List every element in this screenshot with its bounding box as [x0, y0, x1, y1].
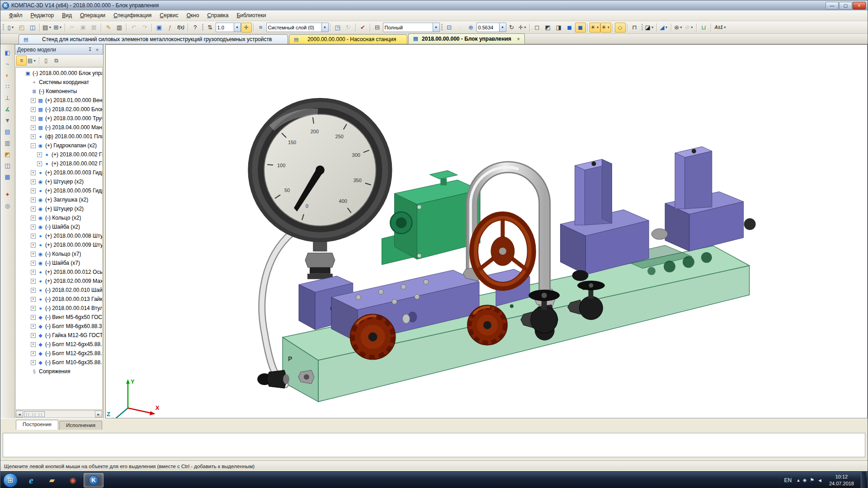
paste-button[interactable]: ▦ ▼	[89, 23, 99, 33]
menu-item[interactable]: Редактор	[27, 10, 58, 21]
tree-item[interactable]: + ◆ (-) Болт M10-6gx35.88.35	[16, 358, 102, 367]
simplified-display-button[interactable]: ☀ ▼	[590, 23, 600, 33]
tree-expand-icon[interactable]: +	[31, 234, 36, 239]
section-display-button[interactable]: ◪ ▼	[644, 23, 655, 33]
tab-ispolneniya[interactable]: Исполнения	[59, 421, 102, 430]
current-step-icon[interactable]: ⇅ ▼	[205, 23, 216, 33]
tree-item[interactable]: + ● (+) 2018.02.00.009 Махови	[16, 277, 102, 286]
panel-spec-icon[interactable]: ▤	[2, 126, 14, 137]
menu-item[interactable]: Библиотеки	[232, 10, 270, 21]
language-indicator[interactable]: EN	[782, 476, 794, 484]
gauge-stem[interactable]	[305, 239, 335, 279]
specification-button[interactable]: ▥ ▼	[114, 23, 125, 33]
zoom-in-out-button[interactable]: ⊕ ▼	[466, 23, 476, 33]
hidden-lines-removed-button[interactable]: ◨ ▼	[553, 23, 564, 33]
tree-expand-icon[interactable]: +	[31, 261, 36, 266]
kompas-taskbar-icon[interactable]: K	[84, 473, 104, 488]
rebuild-button[interactable]: ✔ ▼	[358, 23, 368, 33]
tree-expand-icon[interactable]: +	[31, 288, 36, 293]
tree-item[interactable]: + ▩ (+) 2018.03.00.000 Трубоп	[16, 114, 102, 123]
tree-expand-icon[interactable]: −	[31, 143, 36, 148]
red-knob-1[interactable]	[350, 314, 396, 360]
tree-expand-icon[interactable]: +	[31, 197, 36, 202]
tree-composition-button[interactable]: ▯ ▼	[41, 56, 51, 66]
tree-item[interactable]: + ● (+) 2018.00.00.009 Штуцер	[16, 240, 102, 249]
redo-button[interactable]: ↷ ▼	[139, 23, 150, 33]
tree-item[interactable]: + ● (+) 2018.00.00.003 Гидро	[16, 168, 102, 177]
tree-horizontal-scrollbar[interactable]: ◄ ►	[15, 410, 103, 418]
show-desktop-button[interactable]	[861, 472, 866, 488]
zoom-area-button[interactable]: ◌ ▼	[455, 23, 466, 33]
hidden-lines-thin-button[interactable]: ◩ ▼	[542, 23, 553, 33]
tree-expand-icon[interactable]: +	[31, 206, 36, 211]
solenoid-actuator-1[interactable]	[575, 159, 612, 225]
tree-expand-icon[interactable]: +	[31, 225, 36, 230]
tree-expand-icon[interactable]: +	[31, 270, 36, 275]
clip-plane-button[interactable]: ◢ ▼	[659, 23, 670, 33]
panel-library-icon[interactable]: ◫	[2, 160, 14, 171]
tree-expand-icon[interactable]: +	[31, 306, 36, 311]
red-knob-2[interactable]	[467, 305, 507, 345]
tree-toolbar-separator[interactable]: ▼	[37, 56, 41, 66]
tree-item[interactable]: + ◆ (-) Болт M12-6gx45.88.35	[16, 340, 102, 349]
menu-item[interactable]: Сервис	[156, 10, 182, 21]
new-document-button[interactable]: ▯ ▼	[5, 23, 16, 33]
display-structure-button[interactable]: ⊟ ▼	[372, 23, 383, 33]
macros-button[interactable]: ƒ ▼	[165, 23, 175, 33]
close-button[interactable]: ×	[853, 2, 866, 9]
tree-item[interactable]: + ● (+) 2018.00.00.005 Гидро	[16, 186, 102, 195]
scroll-left-icon[interactable]: ◄	[16, 411, 23, 418]
panel-edit-assembly-icon[interactable]: ◧	[2, 47, 14, 58]
menu-item[interactable]: Справка	[203, 10, 232, 21]
tree-expand-icon[interactable]: +	[31, 333, 36, 338]
cut-button[interactable]: ✂ ▼	[67, 23, 78, 33]
fx-button[interactable]: f(x) ▼	[175, 23, 186, 33]
ie-taskbar-icon[interactable]: e	[21, 473, 41, 488]
menu-item[interactable]: Файл	[5, 10, 27, 21]
action-center-flag-icon[interactable]: ⚑	[810, 477, 814, 483]
tray-app-icon[interactable]: ◈	[803, 477, 807, 483]
hidden-icons-button[interactable]: ▴	[797, 477, 800, 483]
tree-expand-icon[interactable]: +	[31, 279, 36, 284]
panel-surfaces-icon[interactable]: ◐	[2, 70, 14, 81]
tree-item[interactable]: + ◆ (-) Болт M8-6gx60.88.35 Г	[16, 322, 102, 331]
move-component-button[interactable]: ◳ ▼	[332, 23, 343, 33]
projection-button[interactable]: ⊘ ▼	[684, 23, 695, 33]
open-document-button[interactable]: ◰ ▼	[16, 23, 27, 33]
tree-item[interactable]: + ● (-) 2018.02.00.010 Шайба	[16, 286, 102, 295]
explorer-taskbar-icon[interactable]: ▰	[42, 473, 62, 488]
tree-item[interactable]: + ● (-) 2018.00.00.014 Втулка	[16, 304, 102, 313]
green-valve-block[interactable]	[382, 170, 480, 264]
tree-display-params-button[interactable]: ▤ ▼	[27, 56, 37, 66]
tree-item[interactable]: + ▩ (+) 2018.01.00.000 Вентиль	[16, 96, 102, 105]
step-combo[interactable]: 1.0 ▼	[216, 23, 241, 32]
maximize-button[interactable]: ▢	[839, 2, 852, 9]
tree-expand-icon[interactable]: +	[31, 179, 36, 184]
pin-icon[interactable]: ↧	[86, 47, 94, 52]
zoom-page-button[interactable]: ⊡ ▼	[444, 23, 455, 33]
tree-item[interactable]: + ● (-) 2018.00.00.013 Гайка	[16, 295, 102, 304]
minimize-button[interactable]: —	[826, 2, 839, 9]
tree-expand-icon[interactable]: +	[31, 116, 36, 121]
orientation-button[interactable]: ✛ ▼	[517, 23, 528, 33]
tree-expand-icon[interactable]: +	[31, 297, 36, 302]
tree-expand-icon[interactable]: +	[31, 188, 36, 193]
save-button[interactable]: ◫ ▼	[27, 23, 38, 33]
measure-button[interactable]: ⊔ ▼	[698, 23, 709, 33]
copy-properties-button[interactable]: ✎ ▼	[103, 23, 114, 33]
perspective-button[interactable]: ◇ ▼	[615, 23, 626, 33]
menu-item[interactable]: Вид	[58, 10, 76, 21]
tree-relations-button[interactable]: ⧉ ▼	[51, 56, 61, 66]
scrollbar-thumb[interactable]	[24, 411, 45, 417]
tree-expand-icon[interactable]: +	[31, 360, 36, 365]
origin-indicator-button[interactable]: ⊓ ▼	[629, 23, 640, 33]
tree-item[interactable]: ⌖ Системы координат	[16, 78, 102, 87]
menu-item[interactable]: Окно	[182, 10, 203, 21]
panel-properties-icon[interactable]: ◎	[2, 200, 14, 211]
tree-item[interactable]: + ● (+) 2018.00.00.002 Гид	[16, 159, 102, 168]
tree-item[interactable]: ▣ (-) 2018.00.00.000 Блок управления	[16, 69, 102, 78]
print-button[interactable]: ▤ ▼	[42, 23, 52, 33]
tree-item[interactable]: + ● (+) 2018.00.00.008 Штуцер	[16, 231, 102, 240]
tree-item[interactable]: + ◉ (-) Кольцо (x2)	[16, 213, 102, 222]
tree-item[interactable]: + ● (ф) 2018.00.00.001 Плита	[16, 132, 102, 141]
